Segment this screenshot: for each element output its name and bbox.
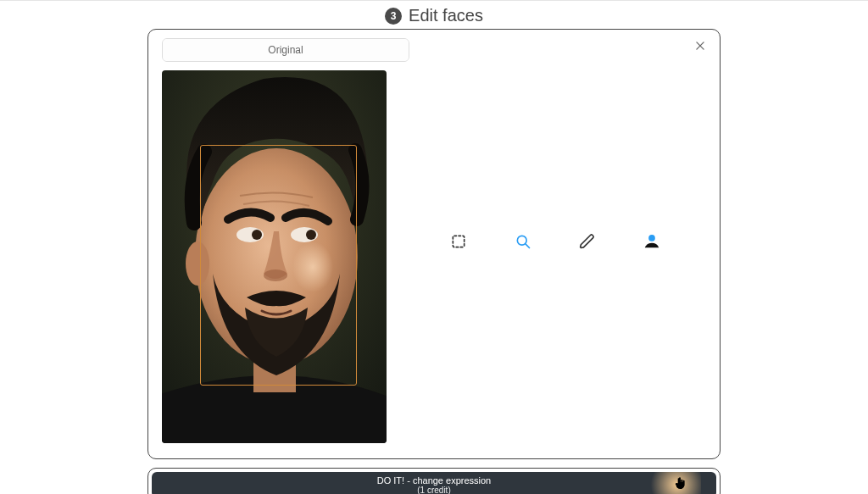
step-header: 3 Edit faces (0, 6, 868, 25)
magnify-icon (515, 233, 531, 250)
tool-row (448, 231, 662, 252)
tool-person[interactable] (642, 231, 662, 252)
tool-magnify[interactable] (513, 231, 533, 252)
close-icon (694, 40, 706, 52)
footer-panel: DO IT! - change expression (1 credit) (147, 468, 721, 494)
cursor-glow (642, 472, 701, 494)
pencil-icon (579, 233, 596, 250)
person-icon (643, 232, 661, 251)
svg-rect-12 (453, 236, 464, 247)
tool-pencil[interactable] (577, 231, 598, 252)
svg-line-14 (526, 244, 530, 248)
close-button[interactable] (693, 38, 708, 56)
do-it-button[interactable]: DO IT! - change expression (1 credit) (152, 472, 716, 494)
do-it-label: DO IT! - change expression (377, 475, 492, 486)
tab-original[interactable]: Original (163, 39, 409, 61)
step-title: Edit faces (409, 6, 483, 25)
edit-panel: Original (147, 29, 721, 459)
step-number-badge: 3 (385, 8, 402, 25)
face-bounding-box[interactable] (200, 145, 357, 386)
svg-point-15 (648, 235, 655, 241)
cursor-hand-icon (674, 477, 687, 492)
selection-icon (450, 233, 467, 250)
tool-selection[interactable] (448, 231, 469, 252)
tab-strip: Original (162, 38, 409, 62)
do-it-sublabel: (1 credit) (417, 486, 450, 495)
image-frame[interactable] (162, 70, 387, 443)
